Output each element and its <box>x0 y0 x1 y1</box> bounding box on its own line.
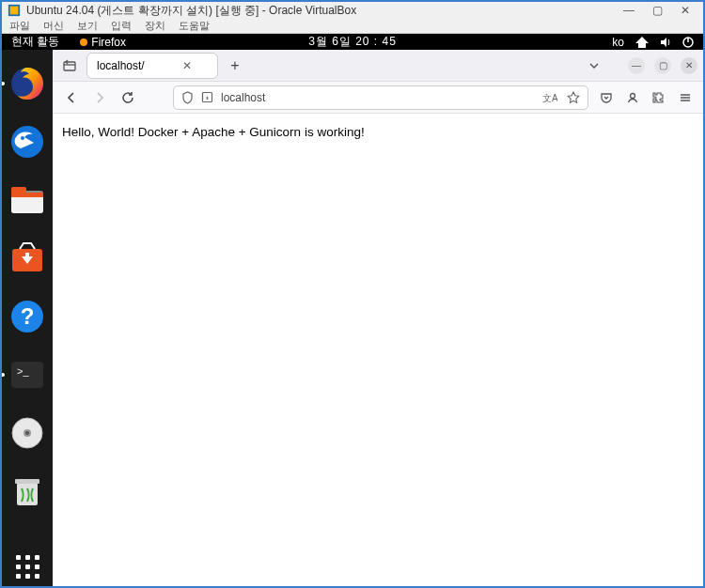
svg-rect-22 <box>64 62 75 70</box>
virtualbox-menubar: 파일 머신 보기 입력 장치 도움말 <box>2 19 703 34</box>
pocket-button[interactable] <box>598 89 615 106</box>
firefox-window-controls: — ▢ ✕ <box>628 57 697 74</box>
chevron-down-icon[interactable] <box>588 60 600 71</box>
svg-point-28 <box>631 93 635 98</box>
dock-thunderbird[interactable] <box>7 121 48 162</box>
show-applications[interactable] <box>7 546 48 587</box>
topbar-appname[interactable]: Firefox <box>80 36 126 49</box>
dock-files[interactable] <box>7 179 48 221</box>
page-content: Hello, World! Docker + Apache + Gunicorn… <box>53 114 703 588</box>
firefox-toolbar: localhost 文A <box>53 82 703 114</box>
svg-rect-10 <box>11 193 43 197</box>
software-icon <box>8 240 46 277</box>
browser-tab[interactable]: localhost/ ✕ <box>86 53 218 79</box>
dock-firefox[interactable] <box>7 63 48 104</box>
dock-disc[interactable] <box>7 412 48 454</box>
bookmark-star-icon[interactable] <box>567 91 580 104</box>
topbar-right: ko <box>612 36 694 49</box>
virtualbox-titlebar: Ubuntu 24.04 (게스트 확장까지 설치) [실행 중] - Orac… <box>2 2 703 19</box>
maximize-button[interactable]: ▢ <box>645 2 669 19</box>
disc-icon <box>9 415 45 451</box>
thunderbird-icon <box>8 123 46 161</box>
dock-trash[interactable] <box>7 471 48 512</box>
recent-icon <box>63 59 76 72</box>
firefox-window: localhost/ ✕ + — ▢ ✕ localhost <box>53 50 703 588</box>
firefox-dot-icon <box>80 39 87 46</box>
ubuntu-topbar: 현재 활동 Firefox 3월 6일 20 : 45 ko <box>2 34 703 50</box>
page-body-text: Hello, World! Docker + Apache + Gunicorn… <box>62 125 365 139</box>
trash-icon <box>11 473 43 509</box>
url-text: localhost <box>221 91 265 104</box>
terminal-icon: >_ <box>8 359 46 391</box>
reload-button[interactable] <box>118 88 137 107</box>
input-indicator[interactable]: ko <box>612 36 624 49</box>
svg-rect-20 <box>17 483 38 505</box>
help-icon: ? <box>8 298 46 335</box>
topbar-clock[interactable]: 3월 6일 20 : 45 <box>308 34 397 50</box>
menu-help[interactable]: 도움말 <box>179 19 210 33</box>
power-icon[interactable] <box>682 37 694 48</box>
files-icon <box>8 183 46 217</box>
svg-point-6 <box>21 136 24 140</box>
svg-text:?: ? <box>21 303 35 329</box>
close-tab-button[interactable]: ✕ <box>182 59 192 72</box>
dock-help[interactable]: ? <box>7 296 48 337</box>
firefox-close-button[interactable]: ✕ <box>681 57 697 74</box>
extensions-button[interactable] <box>650 89 667 106</box>
tab-title: localhost/ <box>97 59 145 72</box>
menu-file[interactable]: 파일 <box>9 19 30 33</box>
site-info-icon[interactable] <box>201 91 213 103</box>
topbar-appname-label: Firefox <box>91 36 126 49</box>
virtualbox-icon <box>8 4 21 17</box>
network-icon[interactable] <box>635 37 649 48</box>
new-tab-button[interactable]: + <box>224 54 246 77</box>
volume-icon[interactable] <box>660 37 671 48</box>
shield-icon[interactable] <box>181 91 194 104</box>
svg-point-19 <box>25 431 29 435</box>
svg-text:>_: >_ <box>17 365 29 377</box>
dock-software[interactable] <box>7 238 48 279</box>
menu-machine[interactable]: 머신 <box>43 19 64 33</box>
menu-button[interactable] <box>677 89 694 106</box>
firefox-maximize-button[interactable]: ▢ <box>654 57 671 74</box>
activities-button[interactable]: 현재 활동 <box>11 34 59 50</box>
firefox-tabbar: localhost/ ✕ + — ▢ ✕ <box>53 50 703 82</box>
firefox-minimize-button[interactable]: — <box>628 57 645 74</box>
forward-button[interactable] <box>90 88 109 107</box>
menu-devices[interactable]: 장치 <box>145 19 165 33</box>
ubuntu-dock: ? >_ <box>2 50 53 588</box>
recent-browsing-button[interactable] <box>58 54 81 77</box>
menu-view[interactable]: 보기 <box>77 19 98 33</box>
account-button[interactable] <box>624 89 641 106</box>
dock-terminal[interactable]: >_ <box>7 354 48 395</box>
guest-area: ? >_ localhost/ ✕ + — <box>2 50 703 588</box>
svg-text:文A: 文A <box>542 93 557 103</box>
url-bar[interactable]: localhost 文A <box>173 85 588 110</box>
back-button[interactable] <box>62 88 81 107</box>
minimize-button[interactable]: — <box>617 2 641 19</box>
firefox-icon <box>8 65 46 102</box>
close-button[interactable]: ✕ <box>673 2 697 19</box>
svg-rect-1 <box>10 7 19 15</box>
menu-input[interactable]: 입력 <box>111 19 132 33</box>
window-title: Ubuntu 24.04 (게스트 확장까지 설치) [실행 중] - Orac… <box>26 3 613 19</box>
svg-rect-21 <box>15 479 39 484</box>
translate-icon[interactable]: 文A <box>542 91 557 104</box>
